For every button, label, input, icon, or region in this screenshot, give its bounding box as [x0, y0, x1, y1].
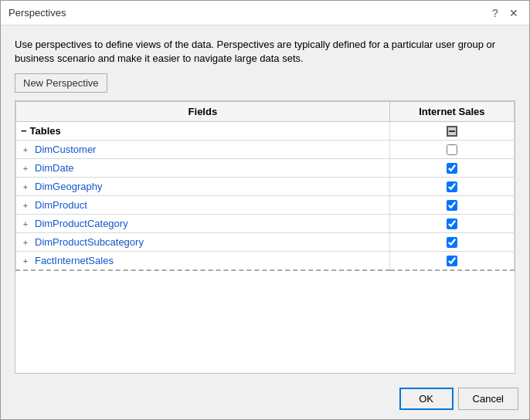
table-row: + FactInternetSales: [16, 252, 515, 271]
row-name-cell: + DimProductSubcategory: [16, 233, 390, 252]
close-button[interactable]: ✕: [506, 5, 522, 21]
table-name-link[interactable]: DimProductCategory: [35, 218, 128, 229]
row-check-cell[interactable]: [389, 233, 514, 252]
table-row: + DimProduct: [16, 196, 515, 215]
row-check-cell[interactable]: [389, 215, 514, 233]
title-bar: Perspectives ? ✕: [1, 1, 529, 25]
table-row: + DimGeography: [16, 178, 515, 196]
collapse-icon[interactable]: −: [21, 125, 27, 137]
expand-icon[interactable]: +: [21, 182, 30, 191]
description-text: Use perspectives to define views of the …: [15, 38, 515, 66]
row-check-cell[interactable]: [389, 252, 514, 271]
table-name-link[interactable]: DimProduct: [35, 199, 87, 211]
help-button[interactable]: ?: [488, 5, 503, 21]
title-bar-left: Perspectives: [8, 7, 66, 19]
row-checkbox[interactable]: [447, 144, 457, 155]
row-checkbox[interactable]: [447, 163, 457, 174]
tables-label: Tables: [30, 125, 61, 137]
row-check-cell[interactable]: [389, 196, 514, 215]
table-row: + DimProductSubcategory: [16, 233, 515, 252]
tables-label-cell: − Tables: [16, 122, 390, 141]
cancel-button[interactable]: Cancel: [458, 388, 518, 410]
expand-icon[interactable]: +: [21, 238, 30, 247]
row-checkbox[interactable]: [447, 200, 457, 211]
expand-icon[interactable]: +: [21, 145, 30, 154]
table-name-link[interactable]: DimGeography: [35, 181, 102, 192]
dialog: Perspectives ? ✕ Use perspectives to def…: [0, 0, 530, 420]
tables-header-row: − Tables: [16, 122, 515, 141]
row-check-cell[interactable]: [389, 159, 514, 178]
ok-button[interactable]: OK: [399, 388, 454, 410]
row-checkbox[interactable]: [447, 237, 457, 248]
table-row: + DimCustomer: [16, 141, 515, 159]
col-perspective-header: Internet Sales: [389, 102, 514, 122]
table-name-link[interactable]: DimCustomer: [35, 144, 96, 155]
tables-check-cell: [389, 122, 514, 141]
row-check-cell[interactable]: [389, 141, 514, 159]
indeterminate-checkbox[interactable]: [395, 126, 509, 137]
table-name-link[interactable]: DimProductSubcategory: [35, 236, 144, 248]
dialog-footer: OK Cancel: [1, 381, 529, 419]
row-name-cell: + DimGeography: [16, 178, 390, 196]
col-fields-header: Fields: [16, 102, 390, 122]
table-name-link[interactable]: FactInternetSales: [35, 255, 114, 266]
table-row: + DimProductCategory: [16, 215, 515, 233]
expand-icon[interactable]: +: [21, 201, 30, 210]
table-header-row: Fields Internet Sales: [16, 102, 515, 122]
row-name-cell: + DimProduct: [16, 196, 390, 215]
row-checkbox[interactable]: [447, 256, 457, 266]
title-bar-actions: ? ✕: [488, 5, 522, 21]
expand-icon[interactable]: +: [21, 164, 30, 173]
row-check-cell[interactable]: [389, 178, 514, 196]
row-checkbox[interactable]: [447, 218, 457, 229]
table-row: + DimDate: [16, 159, 515, 178]
new-perspective-button[interactable]: New Perspective: [15, 73, 107, 93]
perspectives-table-area: Fields Internet Sales − Tables +: [15, 100, 515, 374]
row-name-cell: + DimProductCategory: [16, 215, 390, 233]
perspectives-table: Fields Internet Sales − Tables +: [15, 101, 515, 271]
row-name-cell: + DimDate: [16, 159, 390, 178]
dialog-body: Use perspectives to define views of the …: [1, 25, 529, 381]
row-name-cell: + FactInternetSales: [16, 252, 390, 271]
dialog-title: Perspectives: [8, 7, 66, 19]
table-name-link[interactable]: DimDate: [35, 162, 74, 174]
expand-icon[interactable]: +: [21, 256, 30, 266]
expand-icon[interactable]: +: [21, 219, 30, 229]
row-name-cell: + DimCustomer: [16, 141, 390, 159]
row-checkbox[interactable]: [447, 181, 457, 192]
